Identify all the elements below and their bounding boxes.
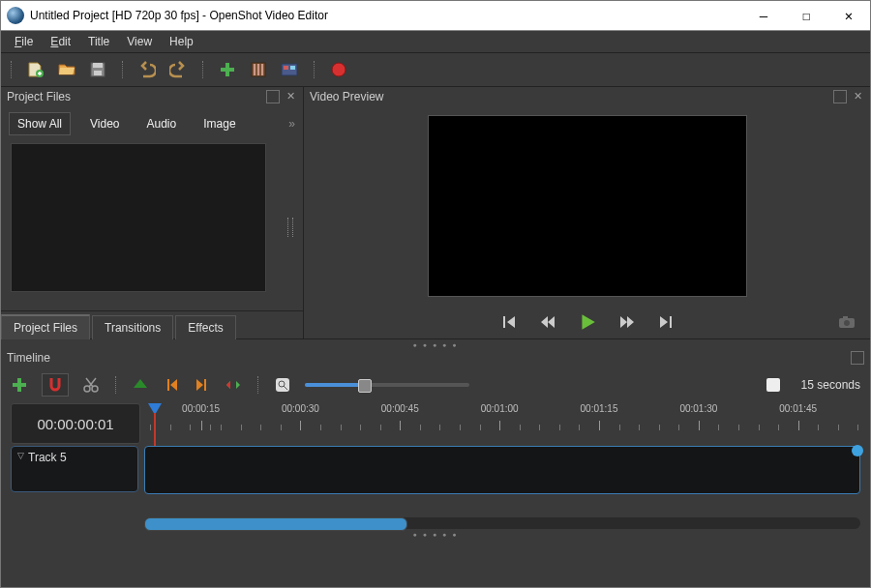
close-button[interactable]: ✕: [827, 1, 870, 30]
track-header[interactable]: ▽ Track 5: [11, 446, 138, 492]
razor-icon[interactable]: [82, 376, 100, 394]
svg-rect-3: [94, 71, 102, 75]
files-area[interactable]: [1, 139, 303, 310]
tab-transitions[interactable]: Transitions: [92, 315, 173, 339]
open-project-icon[interactable]: [58, 61, 75, 78]
menubar: File Edit Title View Help: [1, 31, 870, 53]
preview-video[interactable]: [428, 115, 747, 297]
menu-title[interactable]: Title: [80, 33, 117, 50]
app-logo-icon: [7, 7, 24, 24]
redo-icon[interactable]: [169, 61, 187, 78]
track-name: Track 5: [28, 451, 67, 464]
dots-icon: ● ● ● ● ●: [413, 341, 459, 348]
ruler-label: 00:01:15: [581, 403, 618, 414]
menu-view[interactable]: View: [119, 33, 160, 50]
playback-controls: [304, 306, 870, 338]
timeline-title: Timeline: [7, 351, 847, 365]
filter-tabs: Show All Video Audio Image »: [1, 106, 303, 139]
menu-file[interactable]: File: [7, 33, 41, 50]
svg-rect-15: [843, 316, 848, 319]
filter-show-all[interactable]: Show All: [9, 112, 71, 135]
minimize-button[interactable]: —: [742, 1, 785, 30]
snap-button[interactable]: [42, 373, 69, 397]
window-title: Untitled Project [HD 720p 30 fps] - Open…: [30, 9, 742, 22]
scrollbar-thumb[interactable]: [144, 517, 407, 531]
video-preview-panel: Video Preview ✕: [304, 87, 870, 338]
jump-end-icon[interactable]: [657, 313, 675, 331]
new-project-icon[interactable]: [27, 61, 45, 78]
add-track-icon[interactable]: [11, 376, 28, 394]
fullscreen-icon[interactable]: [281, 61, 298, 78]
playhead[interactable]: [148, 403, 162, 415]
project-files-panel: Project Files ✕ Show All Video Audio Ima…: [1, 87, 304, 338]
timecode-display[interactable]: 00:00:00:01: [11, 403, 140, 444]
zoom-tool-icon[interactable]: [274, 376, 291, 394]
vertical-scroll-knob[interactable]: [852, 445, 863, 456]
play-icon[interactable]: [578, 312, 597, 332]
panel-close-icon[interactable]: ✕: [851, 90, 864, 103]
filter-video[interactable]: Video: [82, 113, 127, 134]
svg-rect-6: [257, 64, 259, 75]
filter-audio[interactable]: Audio: [139, 113, 185, 134]
zoom-slider[interactable]: [305, 383, 469, 387]
svg-rect-10: [290, 66, 295, 70]
rewind-icon[interactable]: [539, 313, 556, 331]
center-playhead-icon[interactable]: [225, 376, 242, 394]
next-marker-icon[interactable]: [194, 376, 211, 394]
ruler-label: 00:00:15: [182, 403, 220, 414]
svg-rect-5: [254, 64, 255, 75]
menu-help[interactable]: Help: [162, 33, 201, 50]
ruler-label: 00:00:30: [282, 403, 319, 414]
prev-marker-icon[interactable]: [163, 376, 180, 394]
project-files-header: Project Files ✕: [1, 87, 303, 106]
import-files-icon[interactable]: [219, 61, 236, 78]
save-project-icon[interactable]: [89, 61, 106, 78]
timeline-scrollbar[interactable]: [11, 517, 860, 529]
timeline-area: 00:00:00:01 00:00:1500:00:3000:00:4500:0…: [1, 403, 870, 529]
panel-float-icon[interactable]: [833, 90, 847, 103]
jump-start-icon[interactable]: [500, 313, 518, 331]
panel-float-icon[interactable]: [266, 90, 280, 103]
titlebar[interactable]: Untitled Project [HD 720p 30 fps] - Open…: [1, 1, 870, 31]
ruler-label: 00:00:45: [381, 403, 419, 414]
snapshot-icon[interactable]: [837, 312, 856, 332]
video-preview-title: Video Preview: [310, 90, 829, 103]
panel-float-icon[interactable]: [851, 351, 864, 365]
ruler-label: 00:01:00: [481, 403, 519, 414]
menu-edit[interactable]: Edit: [43, 33, 78, 50]
splitter-handle[interactable]: ● ● ● ● ●: [1, 529, 870, 539]
main-toolbar: [1, 53, 870, 87]
splitter-handle[interactable]: ● ● ● ● ●: [1, 339, 870, 349]
fastforward-icon[interactable]: [618, 313, 636, 331]
ruler-label: 00:01:45: [779, 403, 817, 414]
panel-close-icon[interactable]: ✕: [284, 90, 297, 103]
svg-rect-9: [284, 66, 288, 70]
export-record-icon[interactable]: [330, 61, 347, 78]
chevron-down-icon: ▽: [17, 451, 24, 460]
tab-project-files[interactable]: Project Files: [1, 314, 90, 339]
dots-icon: ● ● ● ● ●: [413, 531, 459, 538]
undo-icon[interactable]: [138, 61, 156, 78]
filter-image[interactable]: Image: [195, 113, 243, 134]
panel-tabs: Project Files Transitions Effects: [1, 310, 303, 338]
filter-more-icon[interactable]: »: [288, 117, 295, 131]
timeline-toolbar: 15 seconds: [1, 367, 870, 403]
ruler-label: 00:01:30: [679, 403, 717, 414]
file-thumbnail[interactable]: [11, 143, 266, 292]
svg-rect-7: [261, 64, 263, 75]
zoom-label: 15 seconds: [801, 378, 860, 392]
maximize-button[interactable]: ☐: [785, 1, 827, 30]
tab-effects[interactable]: Effects: [175, 315, 235, 339]
track-lane[interactable]: [144, 446, 860, 494]
ruler[interactable]: 00:00:1500:00:3000:00:4500:01:0000:01:15…: [146, 403, 860, 444]
add-marker-icon[interactable]: [132, 376, 149, 394]
drag-handle-icon[interactable]: [287, 218, 293, 237]
profile-icon[interactable]: [250, 61, 267, 78]
app-window: Untitled Project [HD 720p 30 fps] - Open…: [0, 0, 871, 588]
svg-rect-2: [93, 63, 103, 68]
svg-point-14: [844, 320, 850, 326]
zoom-readout-icon: [766, 378, 780, 392]
